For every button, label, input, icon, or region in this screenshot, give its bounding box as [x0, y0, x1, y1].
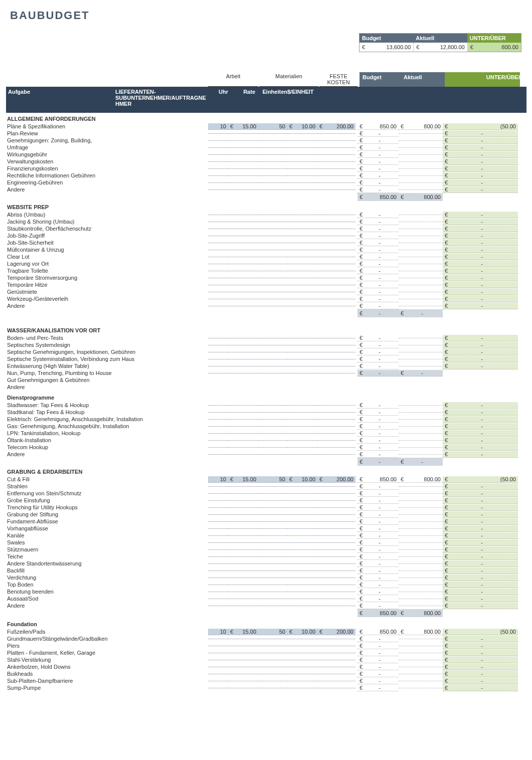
- cell-uhr[interactable]: [208, 507, 228, 508]
- cell-rate[interactable]: [228, 161, 258, 162]
- cell-unit[interactable]: [287, 535, 317, 536]
- cell-feste[interactable]: [317, 373, 356, 373]
- cell-unit[interactable]: [287, 585, 317, 585]
- cell-rate[interactable]: [228, 264, 258, 264]
- cell-uhr[interactable]: 10: [208, 476, 228, 483]
- cell-feste[interactable]: [317, 345, 356, 345]
- cell-uhr[interactable]: [208, 182, 228, 183]
- cell-uhr[interactable]: [208, 264, 228, 264]
- cell-rate[interactable]: [228, 366, 258, 366]
- cell-einheiten[interactable]: [258, 278, 287, 278]
- cell-feste[interactable]: [317, 243, 356, 243]
- cell-unit[interactable]: [287, 688, 317, 688]
- cell-uhr[interactable]: [208, 667, 228, 667]
- cell-unit[interactable]: [287, 639, 317, 639]
- cell-feste[interactable]: €200.00: [317, 476, 356, 483]
- cell-rate[interactable]: [228, 500, 258, 501]
- cell-einheiten[interactable]: [258, 514, 287, 515]
- cell-uhr[interactable]: [208, 299, 228, 299]
- cell-einheiten[interactable]: [258, 215, 287, 215]
- cell-unit[interactable]: [287, 556, 317, 557]
- cell-uhr[interactable]: [208, 257, 228, 257]
- cell-unit[interactable]: [287, 592, 317, 592]
- cell-rate[interactable]: [228, 563, 258, 564]
- cell-unit[interactable]: [287, 366, 317, 366]
- cell-unit[interactable]: [287, 147, 317, 148]
- cell-unit[interactable]: [287, 373, 317, 373]
- cell-rate[interactable]: [228, 578, 258, 578]
- cell-rate[interactable]: [228, 257, 258, 257]
- cell-rate[interactable]: [228, 338, 258, 338]
- cell-unit[interactable]: €10.00: [287, 476, 317, 483]
- cell-einheiten[interactable]: [258, 243, 287, 243]
- cell-rate[interactable]: [228, 514, 258, 515]
- cell-einheiten[interactable]: [258, 182, 287, 183]
- cell-unit[interactable]: [287, 419, 317, 420]
- cell-rate[interactable]: [228, 599, 258, 599]
- cell-feste[interactable]: [317, 426, 356, 427]
- cell-feste[interactable]: [317, 454, 356, 455]
- cell-einheiten[interactable]: [258, 168, 287, 169]
- cell-feste[interactable]: [317, 646, 356, 646]
- cell-einheiten[interactable]: [258, 493, 287, 494]
- cell-rate[interactable]: [228, 542, 258, 543]
- cell-unit[interactable]: [287, 182, 317, 183]
- cell-unit[interactable]: [287, 243, 317, 243]
- cell-feste[interactable]: [317, 674, 356, 674]
- cell-einheiten[interactable]: [258, 486, 287, 487]
- cell-unit[interactable]: [287, 140, 317, 141]
- cell-feste[interactable]: [317, 639, 356, 639]
- cell-feste[interactable]: [317, 447, 356, 448]
- cell-uhr[interactable]: [208, 345, 228, 345]
- cell-feste[interactable]: [317, 585, 356, 585]
- cell-rate[interactable]: [228, 426, 258, 427]
- cell-einheiten[interactable]: [258, 133, 287, 134]
- cell-uhr[interactable]: [208, 528, 228, 529]
- cell-einheiten[interactable]: [258, 222, 287, 222]
- cell-feste[interactable]: [317, 236, 356, 236]
- cell-uhr[interactable]: [208, 133, 228, 134]
- cell-uhr[interactable]: [208, 278, 228, 278]
- cell-unit[interactable]: [287, 500, 317, 501]
- cell-uhr[interactable]: [208, 426, 228, 427]
- cell-unit[interactable]: [287, 507, 317, 508]
- cell-unit[interactable]: [287, 285, 317, 285]
- cell-einheiten[interactable]: [258, 563, 287, 564]
- cell-rate[interactable]: [228, 359, 258, 359]
- cell-einheiten[interactable]: [258, 521, 287, 522]
- cell-einheiten[interactable]: [258, 373, 287, 373]
- cell-feste[interactable]: [317, 175, 356, 176]
- cell-uhr[interactable]: [208, 440, 228, 441]
- cell-uhr[interactable]: [208, 168, 228, 169]
- cell-feste[interactable]: [317, 257, 356, 257]
- cell-rate[interactable]: [228, 521, 258, 522]
- cell-einheiten[interactable]: [258, 229, 287, 229]
- cell-feste[interactable]: [317, 306, 356, 306]
- cell-rate[interactable]: [228, 653, 258, 653]
- cell-rate[interactable]: [228, 419, 258, 420]
- cell-uhr[interactable]: [208, 514, 228, 515]
- cell-rate[interactable]: [228, 140, 258, 141]
- cell-unit[interactable]: [287, 549, 317, 550]
- cell-einheiten[interactable]: [258, 433, 287, 434]
- cell-einheiten[interactable]: [258, 592, 287, 592]
- cell-uhr[interactable]: [208, 542, 228, 543]
- cell-einheiten[interactable]: [258, 571, 287, 571]
- cell-uhr[interactable]: [208, 585, 228, 585]
- cell-rate[interactable]: [228, 571, 258, 571]
- cell-feste[interactable]: [317, 606, 356, 606]
- cell-uhr[interactable]: [208, 271, 228, 271]
- cell-uhr[interactable]: [208, 222, 228, 222]
- cell-unit[interactable]: [287, 352, 317, 352]
- cell-unit[interactable]: [287, 578, 317, 578]
- cell-rate[interactable]: [228, 154, 258, 155]
- cell-rate[interactable]: €15.00: [228, 123, 258, 130]
- cell-uhr[interactable]: [208, 161, 228, 162]
- cell-rate[interactable]: [228, 147, 258, 148]
- cell-uhr[interactable]: [208, 292, 228, 292]
- cell-rate[interactable]: [228, 168, 258, 169]
- cell-rate[interactable]: [228, 585, 258, 585]
- cell-unit[interactable]: [287, 278, 317, 278]
- cell-feste[interactable]: [317, 412, 356, 413]
- cell-uhr[interactable]: [208, 366, 228, 366]
